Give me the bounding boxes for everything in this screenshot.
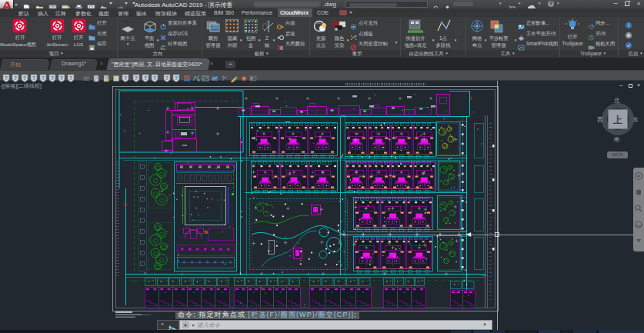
svg-text:?: ? bbox=[60, 75, 63, 80]
svg-text:?: ? bbox=[23, 75, 26, 80]
svg-text:?: ? bbox=[32, 75, 35, 80]
svg-text:?: ? bbox=[51, 75, 54, 80]
svg-text:?: ? bbox=[69, 75, 72, 80]
svg-text:?: ? bbox=[165, 75, 169, 80]
svg-text:?: ? bbox=[5, 75, 8, 80]
svg-text:?: ? bbox=[14, 75, 17, 80]
svg-text:?: ? bbox=[153, 75, 156, 80]
svg-text:?: ? bbox=[175, 75, 178, 80]
svg-text:?: ? bbox=[124, 75, 127, 80]
svg-text:?: ? bbox=[144, 75, 147, 80]
svg-text:?: ? bbox=[42, 75, 45, 80]
svg-text:?: ? bbox=[135, 75, 138, 80]
